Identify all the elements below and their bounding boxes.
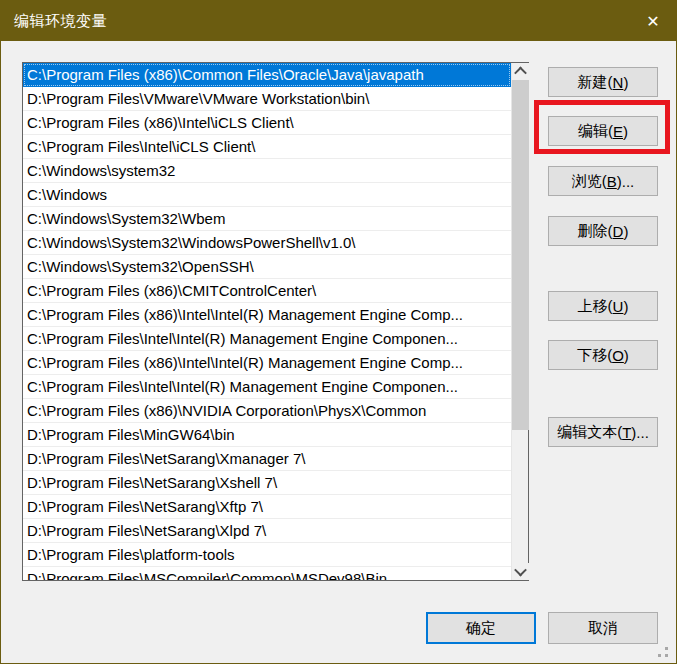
list-item-text: C:\Windows\system32: [27, 162, 175, 179]
list-item[interactable]: D:\Program Files\VMware\VMware Workstati…: [23, 87, 511, 111]
scroll-down-button[interactable]: [512, 563, 529, 580]
list-item-text: D:\Program Files\NetSarang\Xftp 7\: [27, 498, 263, 515]
label-accesskey: U: [613, 298, 624, 315]
list-item[interactable]: D:\Program Files\NetSarang\Xmanager 7\: [23, 447, 511, 471]
list-item-text: D:\Program Files\MSCompiler\Common\MSDev…: [27, 570, 387, 580]
browse-button[interactable]: 浏览(B)...: [548, 166, 658, 196]
list-item[interactable]: C:\Windows\System32\Wbem: [23, 207, 511, 231]
list-item[interactable]: D:\Program Files\NetSarang\Xftp 7\: [23, 495, 511, 519]
close-button[interactable]: ✕: [630, 1, 676, 41]
list-item-text: C:\Program Files\Intel\Intel(R) Manageme…: [27, 330, 458, 347]
list-item-text: D:\Program Files\platform-tools: [27, 546, 235, 563]
list-item[interactable]: C:\Program Files\Intel\Intel(R) Manageme…: [23, 327, 511, 351]
list-item-text: C:\Program Files (x86)\NVIDIA Corporatio…: [27, 402, 426, 419]
edit-button[interactable]: 编辑(E): [548, 116, 658, 146]
list-item[interactable]: D:\Program Files\platform-tools: [23, 543, 511, 567]
list-item[interactable]: C:\Program Files (x86)\Intel\Intel(R) Ma…: [23, 303, 511, 327]
list-item-text: C:\Windows\System32\WindowsPowerShell\v1…: [27, 234, 355, 251]
list-item[interactable]: C:\Program Files (x86)\Intel\iCLS Client…: [23, 111, 511, 135]
list-item[interactable]: C:\Windows\system32: [23, 159, 511, 183]
list-item[interactable]: C:\Program Files (x86)\Common Files\Orac…: [23, 63, 511, 87]
move-down-button[interactable]: 下移(O): [548, 340, 658, 370]
ok-button[interactable]: 确定: [426, 612, 536, 644]
label-pre: 浏览(: [572, 172, 607, 191]
list-item[interactable]: C:\Program Files (x86)\Intel\Intel(R) Ma…: [23, 351, 511, 375]
label-pre: 上移(: [578, 297, 613, 316]
label-accesskey: O: [612, 347, 624, 364]
new-button[interactable]: 新建(N): [548, 67, 658, 97]
delete-button[interactable]: 删除(D): [548, 216, 658, 246]
label-post: )...: [617, 173, 635, 190]
path-list: C:\Program Files (x86)\Common Files\Orac…: [23, 63, 511, 580]
list-item[interactable]: C:\Program Files (x86)\NVIDIA Corporatio…: [23, 399, 511, 423]
scroll-up-button[interactable]: [512, 63, 529, 80]
label-pre: 编辑(: [578, 122, 613, 141]
list-item-text: D:\Program Files\NetSarang\Xshell 7\: [27, 474, 277, 491]
move-up-button[interactable]: 上移(U): [548, 291, 658, 321]
titlebar[interactable]: 编辑环境变量 ✕: [1, 1, 676, 41]
close-icon: ✕: [646, 12, 659, 31]
label-pre: 编辑文本(: [557, 423, 622, 442]
list-item[interactable]: D:\Program Files\MinGW64\bin: [23, 423, 511, 447]
list-item[interactable]: D:\Program Files\NetSarang\Xshell 7\: [23, 471, 511, 495]
edit-text-button[interactable]: 编辑文本(T)...: [548, 417, 658, 447]
list-item-text: D:\Program Files\MinGW64\bin: [27, 426, 235, 443]
chevron-up-icon: [514, 67, 527, 80]
label-accesskey: N: [613, 74, 624, 91]
list-item-text: C:\Program Files (x86)\Common Files\Orac…: [27, 66, 424, 83]
resize-grip-icon[interactable]: [658, 647, 668, 657]
label-post: ): [623, 123, 628, 140]
list-item-text: C:\Program Files (x86)\CMITControlCenter…: [27, 282, 316, 299]
list-item-text: C:\Program Files (x86)\Intel\Intel(R) Ma…: [27, 306, 463, 323]
list-item[interactable]: C:\Program Files (x86)\CMITControlCenter…: [23, 279, 511, 303]
label-post: ): [624, 347, 629, 364]
label-post: ): [623, 298, 628, 315]
window-title: 编辑环境变量: [14, 1, 107, 41]
label-accesskey: B: [607, 173, 617, 190]
list-item[interactable]: D:\Program Files\MSCompiler\Common\MSDev…: [23, 567, 511, 580]
list-item-text: C:\Windows\System32\Wbem: [27, 210, 225, 227]
list-item[interactable]: C:\Windows\System32\OpenSSH\: [23, 255, 511, 279]
list-item-text: C:\Program Files (x86)\Intel\iCLS Client…: [27, 114, 294, 131]
chevron-down-icon: [514, 564, 527, 577]
label-accesskey: D: [613, 223, 624, 240]
label-post: ): [623, 223, 628, 240]
list-item-text: D:\Program Files\NetSarang\Xmanager 7\: [27, 450, 305, 467]
list-item[interactable]: C:\Windows\System32\WindowsPowerShell\v1…: [23, 231, 511, 255]
list-item[interactable]: D:\Program Files\NetSarang\Xlpd 7\: [23, 519, 511, 543]
list-item-text: C:\Windows: [27, 186, 107, 203]
label-accesskey: T: [622, 424, 631, 441]
scrollbar-thumb[interactable]: [512, 80, 529, 430]
list-item[interactable]: C:\Program Files\Intel\iCLS Client\: [23, 135, 511, 159]
label-pre: 新建(: [578, 73, 613, 92]
list-item[interactable]: C:\Windows: [23, 183, 511, 207]
edit-environment-variable-dialog: 编辑环境变量 ✕ C:\Program Files (x86)\Common F…: [0, 0, 677, 664]
label-pre: 删除(: [578, 222, 613, 241]
list-item-text: C:\Program Files\Intel\iCLS Client\: [27, 138, 255, 155]
list-item-text: D:\Program Files\VMware\VMware Workstati…: [27, 90, 369, 107]
list-item[interactable]: C:\Program Files\Intel\Intel(R) Manageme…: [23, 375, 511, 399]
list-item-text: C:\Program Files (x86)\Intel\Intel(R) Ma…: [27, 354, 463, 371]
label-pre: 下移(: [577, 346, 612, 365]
vertical-scrollbar[interactable]: [511, 63, 528, 580]
list-item-text: C:\Program Files\Intel\Intel(R) Manageme…: [27, 378, 458, 395]
label-post: )...: [631, 424, 649, 441]
path-listbox[interactable]: C:\Program Files (x86)\Common Files\Orac…: [22, 62, 529, 581]
label-accesskey: E: [613, 123, 623, 140]
list-item-text: D:\Program Files\NetSarang\Xlpd 7\: [27, 522, 266, 539]
list-item-text: C:\Windows\System32\OpenSSH\: [27, 258, 254, 275]
cancel-button[interactable]: 取消: [548, 612, 658, 644]
label-post: ): [623, 74, 628, 91]
